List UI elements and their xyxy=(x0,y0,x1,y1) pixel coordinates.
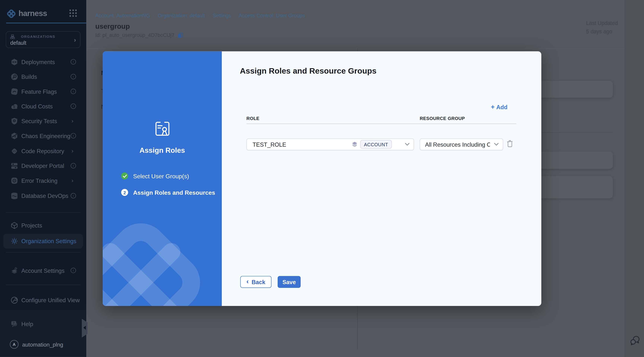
sidebar-item-label: Developer Portal xyxy=(22,163,64,169)
sidebar-item-help[interactable]: ? Help xyxy=(0,316,86,331)
error-tracking-icon xyxy=(10,177,18,184)
svg-text:?: ? xyxy=(13,322,14,325)
info-icon[interactable]: i xyxy=(70,104,76,109)
harness-wordmark: harness xyxy=(18,9,47,18)
builds-icon xyxy=(10,73,18,80)
back-button[interactable]: ‹ Back xyxy=(240,276,272,288)
resource-group-select[interactable]: All Resources Including C... xyxy=(420,138,503,150)
back-button-label: Back xyxy=(252,278,265,285)
svg-text:</>: </> xyxy=(12,150,16,152)
cloud-costs-icon: $ xyxy=(10,103,18,110)
sidebar-item-organization-settings[interactable]: Organization Settings xyxy=(3,234,83,248)
sidebar-item-feature-flags[interactable]: Feature Flags i xyxy=(0,84,86,99)
sidebar-item-database-devops[interactable]: Database DevOps i xyxy=(0,188,86,203)
org-selector-label: ORGANIZATIONS xyxy=(21,34,55,38)
sidebar-item-projects[interactable]: Projects xyxy=(0,218,86,233)
sidebar-item-cloud-costs[interactable]: $ Cloud Costs i xyxy=(0,99,86,114)
save-button[interactable]: Save xyxy=(278,276,300,288)
sidebar-divider xyxy=(6,284,80,285)
chevron-down-icon xyxy=(405,143,410,146)
avatar: A xyxy=(10,340,18,348)
breadcrumb-user-groups[interactable]: Access Control: User Groups xyxy=(239,12,305,18)
chevron-right-icon: › xyxy=(208,12,210,18)
sidebar-item-label: Projects xyxy=(22,222,42,228)
account-settings-icon xyxy=(10,267,18,274)
right-gutter xyxy=(625,0,644,357)
chaos-engineering-icon xyxy=(10,132,18,140)
sidebar-item-builds[interactable]: Builds i xyxy=(0,69,86,84)
sidebar-user-profile[interactable]: A automation_plng xyxy=(0,338,86,352)
info-icon[interactable]: i xyxy=(70,163,76,168)
chevron-right-icon: › xyxy=(74,36,76,43)
wizard-title: Assign Roles xyxy=(103,146,222,155)
sidebar-item-label: Organization Settings xyxy=(22,238,76,244)
breadcrumb-organization[interactable]: Organization: default xyxy=(158,12,205,18)
wizard-step-select-user-groups[interactable]: Select User Group(s) xyxy=(121,172,189,180)
module-grid-icon[interactable] xyxy=(69,9,77,17)
sidebar-item-security-tests[interactable]: Security Tests › xyxy=(0,114,86,128)
add-role-button[interactable]: + Add xyxy=(491,104,508,111)
id-card-icon xyxy=(155,121,170,136)
projects-icon xyxy=(10,222,18,229)
sidebar-item-code-repository[interactable]: </> Code Repository › xyxy=(0,144,86,158)
chevron-left-icon: ‹ xyxy=(246,278,249,286)
info-icon[interactable]: i xyxy=(70,74,76,79)
breadcrumb-account[interactable]: Account: AutomationNG xyxy=(95,12,150,18)
copy-icon[interactable] xyxy=(177,32,183,38)
sidebar-item-label: Account Settings xyxy=(22,268,65,274)
role-column-header: ROLE xyxy=(246,116,260,121)
sidebar-item-account-settings[interactable]: Account Settings i xyxy=(0,263,86,278)
username-label: automation_plng xyxy=(22,342,63,348)
help-chat-icon: ? xyxy=(10,320,18,328)
sidebar-item-label: Code Repository xyxy=(22,148,64,154)
wrench-icon xyxy=(10,296,18,304)
save-button-label: Save xyxy=(282,278,296,285)
chevron-right-icon: › xyxy=(72,118,74,124)
sidebar-item-chaos-engineering[interactable]: Chaos Engineering i xyxy=(0,128,86,143)
info-icon[interactable]: i xyxy=(70,89,76,94)
sidebar-item-label: Feature Flags xyxy=(22,88,57,95)
info-icon[interactable]: i xyxy=(70,193,76,198)
breadcrumb-settings[interactable]: Settings xyxy=(212,12,231,18)
info-icon[interactable]: i xyxy=(70,268,76,273)
role-select-value: TEST_ROLE xyxy=(253,141,286,148)
plus-icon: + xyxy=(491,104,495,111)
sidebar-item-error-tracking[interactable]: Error Tracking › xyxy=(0,173,86,188)
header-divider xyxy=(87,48,625,49)
organization-selector[interactable]: ORGANIZATIONS default › xyxy=(6,31,80,48)
sidebar-item-developer-portal[interactable]: Developer Portal i xyxy=(0,158,86,173)
role-select[interactable]: TEST_ROLE ACCOUNT xyxy=(246,138,414,150)
info-icon[interactable]: i xyxy=(70,133,76,138)
sidebar-divider xyxy=(6,252,80,252)
table-header-divider xyxy=(246,124,516,124)
sidebar-item-deployments[interactable]: Deployments i xyxy=(0,54,86,69)
sidebar-footer: ? Help A automation_plng xyxy=(0,310,86,357)
layers-scope-icon xyxy=(352,142,358,147)
step-label: Assign Roles and Resources xyxy=(133,189,215,196)
wizard-step-assign-roles[interactable]: 2 Assign Roles and Resources xyxy=(121,189,215,196)
app-viewport: Account: AutomationNG › Organization: de… xyxy=(0,0,644,357)
chat-support-icon[interactable] xyxy=(629,335,641,346)
org-chart-icon xyxy=(10,34,15,39)
step-number-badge: 2 xyxy=(121,189,128,196)
sidebar-item-label: Help xyxy=(22,321,33,327)
info-icon[interactable]: i xyxy=(70,59,76,64)
dialog-panel: ✕ Assign Roles and Resource Groups + Add… xyxy=(222,52,541,306)
resource-group-select-value: All Resources Including C... xyxy=(425,141,490,148)
developer-portal-icon xyxy=(10,162,18,170)
collapse-left-icon xyxy=(83,326,86,330)
security-tests-icon xyxy=(10,118,18,125)
resource-group-column-header: RESOURCE GROUP xyxy=(420,116,465,121)
delete-row-icon[interactable] xyxy=(507,140,513,148)
entity-id: Id: pl_auto_usergroup_4D7bcClJj7 xyxy=(95,32,174,38)
sidebar-item-label: Security Tests xyxy=(22,118,57,124)
sidebar-item-configure-unified-view[interactable]: Configure Unified View xyxy=(0,293,86,308)
chevron-right-icon: › xyxy=(153,12,155,18)
sidebar-item-label: Database DevOps xyxy=(22,193,68,199)
gear-icon xyxy=(10,238,18,245)
dialog-title: Assign Roles and Resource Groups xyxy=(240,66,376,76)
step-label: Select User Group(s) xyxy=(133,173,189,179)
sidebar-divider xyxy=(6,212,80,213)
assign-roles-modal: Assign Roles Select User Group(s) 2 Assi… xyxy=(103,52,541,306)
sidebar-item-label: Configure Unified View xyxy=(22,297,80,304)
